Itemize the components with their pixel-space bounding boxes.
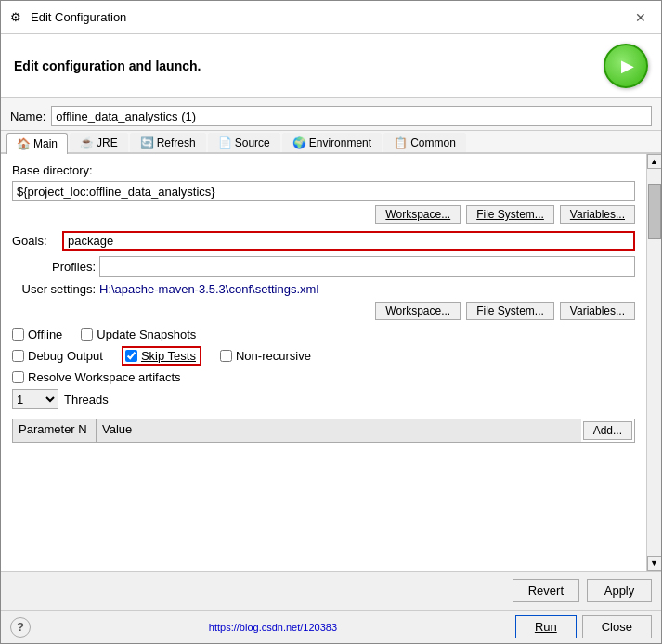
profiles-field-wrapper [99, 256, 635, 277]
play-button[interactable] [604, 44, 648, 88]
common-tab-label: Common [410, 136, 456, 149]
common-tab-icon: 📋 [394, 136, 408, 149]
skip-tests-wrapper: Skip Tests [122, 346, 201, 366]
goals-input[interactable] [68, 234, 630, 248]
main-tab-icon: 🏠 [17, 137, 31, 150]
param-table-container: Parameter N Value Add... [12, 419, 635, 443]
scrollbar-track: ▲ ▼ [646, 154, 661, 571]
content-scroll-wrapper: Base directory: Workspace... File System… [1, 154, 661, 571]
scroll-up-arrow[interactable]: ▲ [647, 154, 662, 169]
dialog-title: Edit Configuration [31, 10, 630, 24]
file-system-button-2[interactable]: File System... [466, 302, 554, 320]
name-row: Name: [1, 98, 661, 131]
help-icon[interactable]: ? [10, 617, 31, 638]
revert-button[interactable]: Revert [513, 579, 579, 602]
non-recursive-checkbox[interactable] [220, 350, 232, 362]
main-tab-label: Main [33, 137, 58, 150]
scroll-down-arrow[interactable]: ▼ [647, 556, 662, 571]
user-settings-value: H:\apache-maven-3.5.3\conf\settings.xml [99, 282, 318, 296]
tab-source[interactable]: 📄 Source [208, 133, 280, 152]
checkboxes-section: Offline Update Snapshots Debug Output Sk… [12, 328, 635, 409]
debug-output-checkbox[interactable] [12, 350, 24, 362]
checkbox-row-2: Debug Output Skip Tests Non-recursive [12, 346, 635, 366]
source-tab-icon: 📄 [218, 136, 232, 149]
update-snapshots-checkbox[interactable] [81, 328, 93, 341]
resolve-workspace-checkbox-item: Resolve Workspace artifacts [12, 370, 181, 384]
dialog-icon: ⚙ [10, 10, 25, 25]
variables-button-2[interactable]: Variables... [560, 302, 635, 320]
profiles-input[interactable] [99, 256, 635, 277]
workspace-button-2[interactable]: Workspace... [375, 302, 461, 320]
user-settings-row: User settings: H:\apache-maven-3.5.3\con… [12, 282, 635, 296]
footer-bar: ? https://blog.csdn.net/120383 Run Close [1, 610, 661, 643]
user-settings-btn-row: Workspace... File System... Variables... [12, 302, 635, 320]
environment-tab-icon: 🌍 [292, 136, 306, 149]
footer-link: https://blog.csdn.net/120383 [209, 622, 337, 633]
checkbox-row-1: Offline Update Snapshots [12, 328, 635, 341]
jre-tab-label: JRE [97, 136, 118, 149]
source-tab-label: Source [235, 136, 270, 149]
bottom-buttons: Revert Apply [1, 571, 661, 610]
base-directory-label: Base directory: [12, 163, 635, 177]
content-inner: Base directory: Workspace... File System… [1, 154, 646, 571]
base-directory-input[interactable] [12, 181, 635, 201]
non-recursive-checkbox-item: Non-recursive [220, 349, 311, 363]
name-input[interactable] [51, 106, 652, 126]
param-col-header: Parameter N [13, 419, 97, 442]
skip-tests-checkbox[interactable] [125, 350, 137, 362]
goals-field-wrapper [62, 231, 635, 251]
value-col-header: Value [97, 419, 581, 442]
offline-checkbox[interactable] [12, 328, 24, 341]
update-snapshots-checkbox-item: Update Snapshots [81, 328, 196, 341]
run-button[interactable]: Run [515, 615, 577, 638]
profiles-row: Profiles: [12, 256, 635, 277]
debug-output-checkbox-item: Debug Output [12, 349, 103, 363]
close-button[interactable]: Close [582, 615, 652, 638]
tab-main[interactable]: 🏠 Main [6, 133, 68, 154]
tab-environment[interactable]: 🌍 Environment [282, 133, 382, 152]
title-bar: ⚙ Edit Configuration ✕ [1, 1, 661, 34]
resolve-workspace-label: Resolve Workspace artifacts [28, 370, 181, 384]
non-recursive-label: Non-recursive [236, 349, 311, 363]
checkbox-row-3: Resolve Workspace artifacts [12, 370, 635, 384]
tab-jre[interactable]: ☕ JRE [70, 133, 128, 152]
profiles-label: Profiles: [12, 260, 96, 274]
goals-row: Goals: [12, 231, 635, 251]
workspace-button-1[interactable]: Workspace... [375, 205, 461, 224]
environment-tab-label: Environment [309, 136, 371, 149]
threads-row: 1 2 4 Threads [12, 389, 635, 409]
file-system-button-1[interactable]: File System... [466, 205, 554, 224]
edit-configuration-dialog: ⚙ Edit Configuration ✕ Edit configuratio… [0, 0, 662, 644]
tab-common[interactable]: 📋 Common [383, 133, 466, 152]
header-area: Edit configuration and launch. [1, 34, 661, 98]
tab-refresh[interactable]: 🔄 Refresh [130, 133, 206, 152]
close-window-button[interactable]: ✕ [630, 8, 652, 27]
user-settings-label: User settings: [12, 282, 96, 296]
threads-select[interactable]: 1 2 4 [12, 389, 58, 409]
header-title: Edit configuration and launch. [14, 58, 201, 73]
goals-label: Goals: [12, 234, 58, 248]
add-parameter-button[interactable]: Add... [583, 421, 632, 440]
skip-tests-label: Skip Tests [141, 349, 196, 363]
scrollbar-thumb[interactable] [648, 184, 661, 239]
tabs-row: 🏠 Main ☕ JRE 🔄 Refresh 📄 Source 🌍 Enviro… [1, 131, 661, 154]
run-close-buttons: Run Close [515, 615, 652, 638]
offline-label: Offline [28, 328, 62, 341]
apply-button[interactable]: Apply [587, 579, 652, 602]
variables-button-1[interactable]: Variables... [560, 205, 635, 224]
offline-checkbox-item: Offline [12, 328, 62, 341]
update-snapshots-label: Update Snapshots [97, 328, 196, 341]
resolve-workspace-checkbox[interactable] [12, 371, 24, 383]
jre-tab-icon: ☕ [80, 136, 94, 149]
refresh-tab-label: Refresh [157, 136, 196, 149]
name-label: Name: [10, 109, 45, 123]
base-dir-btn-row: Workspace... File System... Variables... [12, 205, 635, 224]
threads-label: Threads [64, 393, 109, 406]
refresh-tab-icon: 🔄 [140, 136, 154, 149]
debug-output-label: Debug Output [28, 349, 103, 363]
